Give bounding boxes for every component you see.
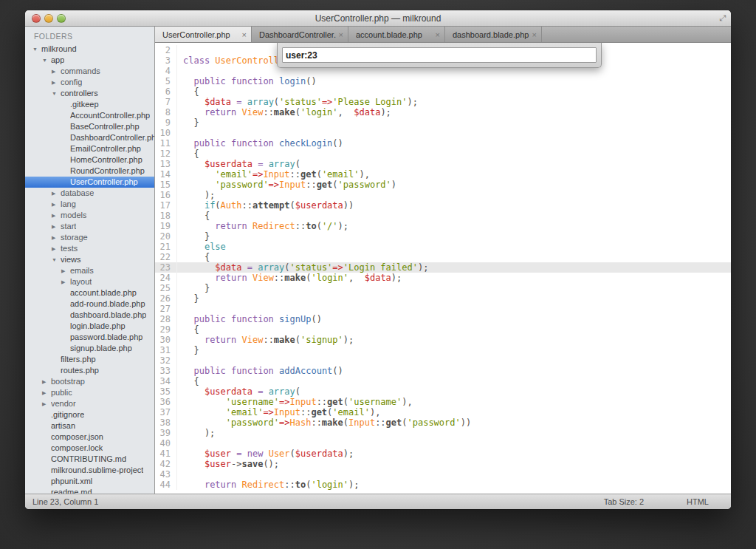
code-line[interactable]: 20 }	[155, 231, 731, 242]
sidebar-item-dashboardcontroller-php[interactable]: DashboardController.php	[25, 132, 154, 143]
sidebar-item-signup-blade-php[interactable]: signup.blade.php	[25, 343, 154, 354]
disclosure-triangle-icon[interactable]: ▼	[52, 88, 61, 99]
code-line[interactable]: 41 $user = new User($userdata);	[155, 449, 731, 459]
sidebar-item-public[interactable]: ▶public	[25, 387, 154, 398]
sidebar-item-composer-json[interactable]: composer.json	[25, 432, 154, 443]
code-line[interactable]: 32	[155, 355, 731, 366]
sidebar-item-readme-md[interactable]: readme.md	[25, 487, 154, 494]
sidebar-item-config[interactable]: ▶config	[25, 77, 154, 88]
close-window-button[interactable]	[32, 14, 41, 23]
sidebar-item-gitignore[interactable]: .gitignore	[25, 409, 154, 420]
sidebar-item-storage[interactable]: ▶storage	[25, 232, 154, 243]
code-line[interactable]: 33 public function addAccount()	[155, 366, 731, 376]
sidebar-item-models[interactable]: ▶models	[25, 210, 154, 221]
disclosure-triangle-icon[interactable]: ▶	[52, 232, 61, 243]
disclosure-triangle-icon[interactable]: ▶	[42, 387, 51, 398]
code-line[interactable]: 10	[155, 128, 731, 138]
code-line[interactable]: 28 public function signUp()	[155, 314, 731, 324]
goto-anything-input[interactable]	[282, 47, 597, 63]
code-line[interactable]: 5 public function login()	[155, 76, 731, 86]
sidebar-item-roundcontroller-php[interactable]: RoundController.php	[25, 166, 154, 177]
sidebar-item-app[interactable]: ▼app	[25, 55, 154, 66]
sidebar-item-layout[interactable]: ▶layout	[25, 276, 154, 287]
tab-usercontroller-php[interactable]: UserController.php×	[155, 27, 252, 42]
code-line[interactable]: 7 $data = array('status'=>'Please Login'…	[155, 97, 731, 107]
sidebar-item-phpunit-xml[interactable]: phpunit.xml	[25, 476, 154, 487]
code-line[interactable]: 15 'password'=>Input::get('password')	[155, 180, 731, 190]
code-line[interactable]: 9 }	[155, 117, 731, 128]
disclosure-triangle-icon[interactable]: ▶	[52, 66, 61, 77]
code-line[interactable]: 30 return View::make('signup');	[155, 335, 731, 345]
code-line[interactable]: 44 return Redirect::to('login');	[155, 480, 731, 490]
disclosure-triangle-icon[interactable]: ▼	[42, 55, 51, 66]
code-line[interactable]: 37 'email'=>Input::get('email'),	[155, 407, 731, 417]
syntax-status[interactable]: HTML	[687, 497, 709, 506]
disclosure-triangle-icon[interactable]: ▶	[52, 221, 61, 232]
disclosure-triangle-icon[interactable]: ▶	[42, 376, 51, 387]
title-bar[interactable]: UserController.php — milkround ⤢	[25, 10, 731, 27]
code-line[interactable]: 42 $user->save();	[155, 459, 731, 469]
code-line[interactable]: 29 {	[155, 324, 731, 335]
code-line[interactable]: 36 'username'=>Input::get('username'),	[155, 397, 731, 407]
disclosure-triangle-icon[interactable]: ▶	[52, 77, 61, 88]
sidebar-item-lang[interactable]: ▶lang	[25, 199, 154, 210]
sidebar-item-bootstrap[interactable]: ▶bootstrap	[25, 376, 154, 387]
disclosure-triangle-icon[interactable]: ▼	[52, 254, 61, 265]
disclosure-triangle-icon[interactable]: ▶	[52, 210, 61, 221]
zoom-window-button[interactable]	[57, 14, 66, 23]
disclosure-triangle-icon[interactable]: ▶	[61, 265, 70, 276]
tab-account-blade-php[interactable]: account.blade.php×	[348, 27, 445, 42]
code-line[interactable]: 26 }	[155, 293, 731, 304]
sidebar-item-basecontroller-php[interactable]: BaseController.php	[25, 121, 154, 132]
sidebar-item-usercontroller-php[interactable]: UserController.php	[25, 177, 154, 188]
code-line[interactable]: 22 {	[155, 252, 731, 262]
code-line[interactable]: 6 {	[155, 86, 731, 97]
code-line[interactable]: 13 $userdata = array(	[155, 159, 731, 169]
sidebar-item-vendor[interactable]: ▶vendor	[25, 398, 154, 409]
sidebar-item-gitkeep[interactable]: .gitkeep	[25, 99, 154, 110]
sidebar-item-milkround-sublime-project[interactable]: milkround.sublime-project	[25, 465, 154, 476]
code-line[interactable]: 39 );	[155, 428, 731, 438]
code-line[interactable]: 18 {	[155, 211, 731, 221]
disclosure-triangle-icon[interactable]: ▶	[61, 276, 70, 287]
code-line[interactable]: 25 }	[155, 283, 731, 293]
tab-dashboardcontroller-php[interactable]: DashboardController.php×	[252, 27, 348, 42]
disclosure-triangle-icon[interactable]: ▶	[42, 398, 51, 409]
code-line[interactable]: 38 'password'=>Hash::make(Input::get('pa…	[155, 417, 731, 428]
close-icon[interactable]: ×	[239, 30, 247, 39]
sidebar-item-account-blade-php[interactable]: account.blade.php	[25, 287, 154, 299]
close-icon[interactable]: ×	[529, 30, 537, 39]
code-line[interactable]: 8 return View::make('login', $data);	[155, 107, 731, 117]
code-line[interactable]: 35 $userdata = array(	[155, 386, 731, 397]
sidebar-item-views[interactable]: ▼views	[25, 254, 154, 265]
sidebar-item-commands[interactable]: ▶commands	[25, 66, 154, 77]
sidebar-item-password-blade-php[interactable]: password.blade.php	[25, 332, 154, 343]
sidebar-item-accountcontroller-php[interactable]: AccountController.php	[25, 110, 154, 121]
sidebar-item-database[interactable]: ▶database	[25, 188, 154, 199]
disclosure-triangle-icon[interactable]: ▼	[32, 44, 41, 55]
sidebar-item-emails[interactable]: ▶emails	[25, 265, 154, 276]
code-line[interactable]: 17 if(Auth::attempt($userdata))	[155, 200, 731, 211]
code-line[interactable]: 16 );	[155, 190, 731, 200]
sidebar-item-contributing-md[interactable]: CONTRIBUTING.md	[25, 454, 154, 465]
disclosure-triangle-icon[interactable]: ▶	[52, 188, 61, 199]
fullscreen-icon[interactable]: ⤢	[719, 13, 726, 23]
code-line[interactable]: 27	[155, 304, 731, 314]
sidebar-item-composer-lock[interactable]: composer.lock	[25, 443, 154, 454]
code-line[interactable]: 43	[155, 469, 731, 480]
sidebar-item-login-blade-php[interactable]: login.blade.php	[25, 321, 154, 332]
sidebar-item-dashboard-blade-php[interactable]: dashboard.blade.php	[25, 310, 154, 321]
sidebar-item-start[interactable]: ▶start	[25, 221, 154, 232]
sidebar-item-emailcontroller-php[interactable]: EmailController.php	[25, 143, 154, 154]
code-line[interactable]: 14 'email'=>Input::get('email'),	[155, 169, 731, 180]
tab-size-status[interactable]: Tab Size: 2	[604, 497, 644, 506]
code-line[interactable]: 12 {	[155, 149, 731, 159]
code-line[interactable]: 34 {	[155, 376, 731, 386]
sidebar-item-tests[interactable]: ▶tests	[25, 243, 154, 254]
code-line[interactable]: 31 }	[155, 345, 731, 355]
code-line[interactable]: 19 return Redirect::to('/');	[155, 221, 731, 231]
code-line[interactable]: 11 public function checkLogin()	[155, 138, 731, 149]
disclosure-triangle-icon[interactable]: ▶	[52, 243, 61, 254]
sidebar-item-artisan[interactable]: artisan	[25, 420, 154, 432]
sidebar-item-homecontroller-php[interactable]: HomeController.php	[25, 154, 154, 166]
